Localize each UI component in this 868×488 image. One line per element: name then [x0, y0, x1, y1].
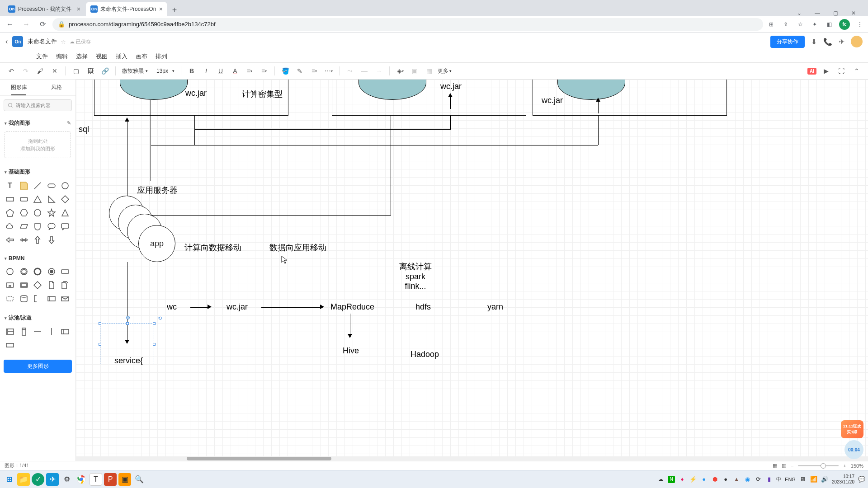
undo-button[interactable]: ↶	[5, 65, 17, 77]
shape-arrow-both[interactable]	[19, 235, 29, 245]
tray-icon[interactable]: ▮	[765, 476, 773, 483]
browser-tab-2[interactable]: On 未命名文件-ProcessOn ×	[86, 2, 167, 16]
forward-button[interactable]: →	[20, 18, 33, 31]
shape-bpmn-start[interactable]	[5, 266, 15, 277]
diagram-label[interactable]: 离线计算 spark flink...	[399, 261, 432, 291]
shape-button[interactable]: ▢	[70, 65, 82, 77]
download-icon[interactable]: ⬇	[811, 38, 817, 46]
back-button[interactable]: ←	[4, 18, 16, 31]
edit-icon[interactable]: ✎	[67, 120, 71, 126]
collapse-button[interactable]: ⌃	[851, 65, 863, 77]
tray-icon[interactable]: ♦	[679, 476, 686, 483]
shape-note[interactable]	[19, 180, 29, 191]
diagram-label[interactable]: 计算向数据移动	[184, 242, 241, 253]
shape-bpmn-intermediate[interactable]	[19, 266, 29, 277]
browser-tab-1[interactable]: On ProcessOn - 我的文件 ×	[4, 2, 85, 16]
image-button[interactable]: 🖼	[85, 65, 96, 77]
italic-button[interactable]: I	[200, 65, 212, 77]
tab-shape-library[interactable]: 图形库	[0, 80, 38, 95]
shape-search-input[interactable]	[4, 99, 72, 111]
tray-volume-icon[interactable]: 🔊	[821, 476, 828, 483]
shape-bpmn-datastore[interactable]	[19, 293, 29, 304]
menu-select[interactable]: 选择	[76, 52, 88, 61]
canvas[interactable]: wc.jar 计算密集型 wc.jar wc.jar sql	[76, 80, 868, 461]
shape-arrow-left[interactable]	[5, 235, 15, 245]
menu-insert[interactable]: 插入	[116, 52, 127, 61]
taskbar-powerpoint[interactable]: P	[104, 473, 117, 486]
menu-arrange[interactable]: 排列	[156, 52, 167, 61]
shape-callout-rect[interactable]	[60, 221, 71, 232]
sidepanel-icon[interactable]: ◧	[825, 21, 834, 28]
tray-icon[interactable]: ☁	[657, 476, 664, 483]
shape-pool-h[interactable]	[5, 326, 15, 337]
connection-point[interactable]	[126, 316, 130, 319]
diagram-label[interactable]: Hadoop	[410, 350, 439, 359]
bold-button[interactable]: B	[186, 65, 198, 77]
canvas-viewport[interactable]: wc.jar 计算密集型 wc.jar wc.jar sql	[76, 80, 868, 461]
phone-icon[interactable]: 📞	[823, 38, 832, 46]
section-my-shapes[interactable]: 我的图形 ✎	[5, 117, 71, 129]
bookmark-icon[interactable]: ☆	[796, 21, 805, 28]
border-color-button[interactable]: ✎	[294, 65, 306, 77]
layers-button[interactable]: ◈▾	[394, 65, 406, 77]
window-close-button[interactable]: ✕	[848, 10, 859, 16]
font-size-select[interactable]: 13px▾	[152, 68, 176, 74]
app-back-button[interactable]: ‹	[5, 38, 8, 46]
tray-icon[interactable]: ●	[722, 476, 729, 483]
tray-display-icon[interactable]: 🖥	[799, 476, 807, 483]
taskbar-app[interactable]: ✓	[32, 473, 44, 486]
clear-format-button[interactable]: ✕	[49, 65, 61, 77]
diagram-label[interactable]: Hive	[343, 346, 359, 356]
more-shapes-button[interactable]: 更多图形	[4, 360, 72, 373]
format-painter-button[interactable]: 🖌	[34, 65, 46, 77]
shape-circle[interactable]	[60, 180, 71, 191]
shape-trapezoid[interactable]	[60, 207, 71, 218]
shape-hexagon[interactable]	[19, 207, 29, 218]
shape-arrow-up[interactable]	[32, 235, 43, 245]
diagram-label[interactable]: 计算密集型	[242, 89, 283, 99]
shape-bpmn-end[interactable]	[32, 266, 43, 277]
diagram-label[interactable]: sql	[79, 125, 89, 134]
tray-icon[interactable]: ⚡	[689, 476, 697, 483]
tray-ime[interactable]: 中	[776, 476, 781, 483]
link-button[interactable]: 🔗	[99, 65, 111, 77]
shape-parallelogram[interactable]	[19, 221, 29, 232]
address-bar[interactable]: 🔒 processon.com/diagraming/654590c9aa4fb…	[52, 18, 763, 31]
ungroup-button[interactable]: ▦	[423, 65, 435, 77]
grid-view-icon[interactable]: ▦	[773, 463, 777, 469]
menu-view[interactable]: 视图	[96, 52, 108, 61]
shape-bpmn-terminate[interactable]	[46, 266, 57, 277]
shape-bpmn-annotation[interactable]	[32, 293, 43, 304]
section-swimlane[interactable]: 泳池/泳道	[5, 312, 71, 324]
fullscreen-button[interactable]: ⛶	[835, 65, 847, 77]
shape-arrow-down[interactable]	[46, 235, 57, 245]
shape-text[interactable]: T	[5, 180, 15, 191]
diagram-label[interactable]: 数据向应用移动	[269, 242, 326, 253]
shape-lane-single[interactable]	[5, 340, 15, 351]
share-button[interactable]: 分享协作	[770, 36, 805, 48]
extensions-icon[interactable]: ✦	[810, 21, 819, 28]
shape-bpmn-gateway[interactable]	[32, 280, 43, 291]
shape-rect[interactable]	[5, 194, 15, 205]
minimize-button[interactable]: —	[812, 10, 823, 16]
menu-edit[interactable]: 编辑	[56, 52, 68, 61]
taskbar-app[interactable]: ✈	[46, 473, 59, 486]
tab-dropdown-icon[interactable]: ⌄	[794, 10, 805, 16]
menu-icon[interactable]: ⋮	[855, 21, 864, 28]
taskbar-search[interactable]: 🔍	[133, 473, 146, 486]
user-avatar[interactable]	[851, 36, 863, 47]
shape-bpmn-data-multi[interactable]	[60, 280, 71, 291]
taskbar-explorer[interactable]: 📁	[17, 473, 30, 486]
diagram-label[interactable]: service{	[114, 356, 143, 366]
shape-line[interactable]	[32, 180, 43, 191]
shape-triangle[interactable]	[32, 194, 43, 205]
diagram-label[interactable]: hdfs	[415, 302, 431, 312]
menu-canvas[interactable]: 画布	[136, 52, 147, 61]
rotate-handle-icon[interactable]: ⟲	[156, 315, 163, 321]
shape-lane-sep[interactable]	[32, 326, 43, 337]
timer-badge[interactable]: 00:04	[844, 440, 863, 459]
shape-bpmn-task[interactable]	[60, 266, 71, 277]
diagram-label[interactable]: wc	[167, 302, 177, 312]
present-button[interactable]: ▶	[820, 65, 832, 77]
shape-star[interactable]	[46, 207, 57, 218]
